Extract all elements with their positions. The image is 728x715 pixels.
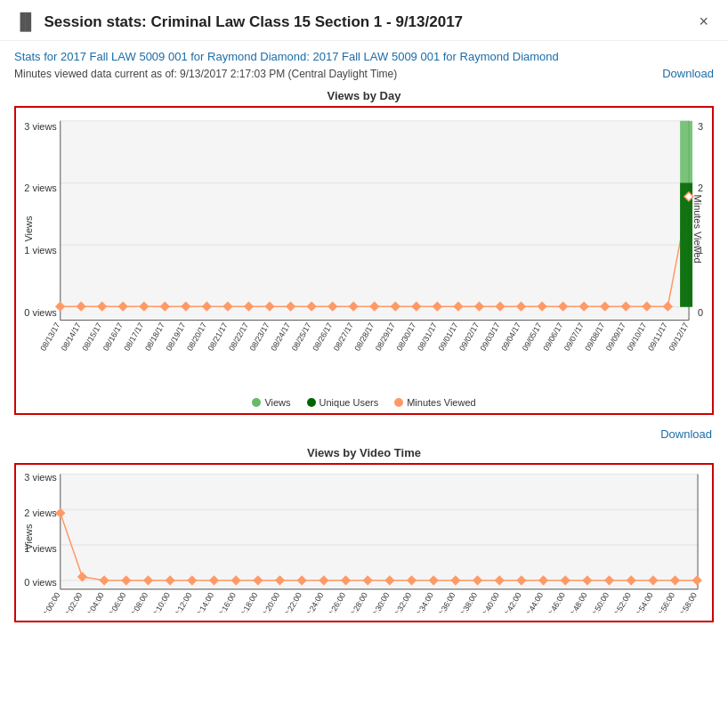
- svg-text:08/22/17: 08/22/17: [227, 321, 250, 353]
- legend-views-label: Views: [264, 397, 290, 408]
- svg-text:08/29/17: 08/29/17: [374, 321, 397, 353]
- svg-text:08/13/17: 08/13/17: [38, 321, 61, 353]
- svg-text:08/30/17: 08/30/17: [394, 321, 417, 353]
- svg-text:0:48:00: 0:48:00: [568, 591, 589, 613]
- chart2-title: Views by Video Time: [14, 446, 714, 459]
- stats-link[interactable]: Stats for 2017 Fall LAW 5009 001 for Ray…: [14, 50, 714, 63]
- svg-text:0:04:00: 0:04:00: [85, 591, 106, 613]
- svg-rect-10: [61, 121, 689, 321]
- svg-text:09/06/17: 09/06/17: [541, 321, 564, 353]
- svg-text:08/25/17: 08/25/17: [290, 321, 313, 353]
- chart1-svg: 3 views 2 views 1 views 0 views Views 3 …: [23, 113, 705, 389]
- svg-text:09/03/17: 09/03/17: [479, 321, 502, 353]
- legend-unique-users: Unique Users: [307, 397, 379, 408]
- legend-minutes-viewed-label: Minutes Viewed: [407, 397, 475, 408]
- bar-chart-icon: ▐▌: [14, 12, 37, 31]
- svg-text:0:10:00: 0:10:00: [150, 591, 172, 613]
- svg-text:0:12:00: 0:12:00: [173, 591, 194, 613]
- header-left: ▐▌ Session stats: Criminal Law Class 15 …: [14, 12, 463, 31]
- svg-text:0:22:00: 0:22:00: [282, 591, 303, 613]
- svg-text:09/07/17: 09/07/17: [562, 321, 586, 353]
- chart2-section: Views by Video Time 3 views 2 views 1 vi…: [14, 446, 714, 622]
- svg-rect-88: [61, 474, 698, 589]
- download-button-1[interactable]: Download: [662, 67, 714, 80]
- svg-text:08/19/17: 08/19/17: [165, 321, 188, 353]
- chart1-box: 3 views 2 views 1 views 0 views Views 3 …: [14, 106, 714, 415]
- svg-text:0 views: 0 views: [24, 577, 57, 588]
- svg-rect-50: [680, 183, 692, 306]
- download-row-2: Download: [14, 427, 714, 441]
- chart2-area: 3 views 2 views 1 views 0 views Views: [23, 470, 705, 615]
- svg-text:0:42:00: 0:42:00: [502, 591, 523, 613]
- svg-text:08/27/17: 08/27/17: [332, 321, 355, 353]
- svg-text:0:26:00: 0:26:00: [327, 591, 348, 613]
- svg-text:08/15/17: 08/15/17: [80, 321, 103, 353]
- svg-text:08/31/17: 08/31/17: [416, 321, 439, 353]
- legend-views-dot: [252, 398, 261, 407]
- svg-text:08/21/17: 08/21/17: [206, 321, 230, 353]
- svg-text:0:28:00: 0:28:00: [348, 591, 369, 613]
- legend-unique-users-label: Unique Users: [320, 397, 379, 408]
- svg-text:Views: Views: [23, 524, 34, 550]
- chart1-section: Views by Day 3 views 2 views 1 views 0 v…: [14, 89, 714, 415]
- svg-text:0:46:00: 0:46:00: [546, 591, 567, 613]
- svg-text:0:24:00: 0:24:00: [304, 591, 326, 613]
- svg-text:3 views: 3 views: [24, 472, 57, 483]
- svg-text:3 minutes: 3 minutes: [698, 121, 705, 132]
- stats-meta-row: Minutes viewed data current as of: 9/13/…: [14, 67, 714, 80]
- svg-text:08/20/17: 08/20/17: [185, 321, 208, 353]
- svg-text:09/10/17: 09/10/17: [625, 321, 648, 353]
- svg-text:09/11/17: 09/11/17: [646, 321, 669, 353]
- svg-text:0:36:00: 0:36:00: [436, 591, 457, 613]
- svg-text:2 views: 2 views: [24, 183, 57, 193]
- svg-text:0:30:00: 0:30:00: [370, 591, 392, 613]
- svg-text:08/16/17: 08/16/17: [101, 321, 125, 353]
- svg-text:08/28/17: 08/28/17: [352, 321, 376, 353]
- svg-text:0:14:00: 0:14:00: [195, 591, 216, 613]
- svg-text:08/23/17: 08/23/17: [248, 321, 271, 353]
- page-title: Session stats: Criminal Law Class 15 Sec…: [44, 13, 464, 31]
- svg-text:0 views: 0 views: [24, 307, 57, 318]
- close-button[interactable]: ×: [693, 11, 714, 33]
- svg-text:0:56:00: 0:56:00: [656, 591, 677, 613]
- svg-text:0:02:00: 0:02:00: [63, 591, 85, 613]
- svg-text:0:18:00: 0:18:00: [239, 591, 260, 613]
- chart1-title: Views by Day: [14, 89, 714, 102]
- svg-text:0:20:00: 0:20:00: [261, 591, 282, 613]
- svg-text:Minutes Viewed: Minutes Viewed: [692, 195, 703, 264]
- svg-text:0:08:00: 0:08:00: [129, 591, 150, 613]
- svg-text:0:54:00: 0:54:00: [634, 591, 655, 613]
- svg-text:09/09/17: 09/09/17: [604, 321, 627, 353]
- svg-text:09/08/17: 09/08/17: [583, 321, 606, 353]
- legend-minutes-viewed-dot: [394, 398, 403, 407]
- svg-text:0:40:00: 0:40:00: [480, 591, 501, 613]
- download-button-2[interactable]: Download: [660, 427, 712, 441]
- legend-unique-users-dot: [307, 398, 316, 407]
- svg-text:09/01/17: 09/01/17: [437, 321, 460, 353]
- svg-text:0:06:00: 0:06:00: [107, 591, 128, 613]
- svg-text:0:16:00: 0:16:00: [216, 591, 238, 613]
- svg-text:0:34:00: 0:34:00: [414, 591, 435, 613]
- legend-minutes-viewed: Minutes Viewed: [394, 397, 475, 408]
- main-content: Stats for 2017 Fall LAW 5009 001 for Ray…: [0, 41, 728, 644]
- chart1-legend: Views Unique Users Minutes Viewed: [23, 397, 705, 408]
- svg-text:08/14/17: 08/14/17: [60, 321, 83, 353]
- chart2-box: 3 views 2 views 1 views 0 views Views: [14, 463, 714, 622]
- svg-text:1 views: 1 views: [24, 245, 57, 256]
- svg-text:2 minutes: 2 minutes: [698, 183, 705, 193]
- svg-text:09/04/17: 09/04/17: [499, 321, 522, 353]
- svg-text:09/12/17: 09/12/17: [667, 321, 691, 353]
- page-container: ▐▌ Session stats: Criminal Law Class 15 …: [0, 0, 728, 644]
- svg-text:09/05/17: 09/05/17: [521, 321, 544, 353]
- svg-text:0:58:00: 0:58:00: [677, 591, 699, 613]
- legend-views: Views: [252, 397, 290, 408]
- svg-text:0:38:00: 0:38:00: [458, 591, 480, 613]
- svg-text:0:00:00: 0:00:00: [41, 591, 62, 613]
- svg-text:0:32:00: 0:32:00: [392, 591, 414, 613]
- svg-text:Views: Views: [23, 215, 34, 242]
- svg-text:0:52:00: 0:52:00: [611, 591, 633, 613]
- svg-text:3 views: 3 views: [24, 121, 57, 132]
- svg-text:09/02/17: 09/02/17: [457, 321, 481, 353]
- svg-text:0:44:00: 0:44:00: [524, 591, 546, 613]
- svg-text:08/18/17: 08/18/17: [143, 321, 166, 353]
